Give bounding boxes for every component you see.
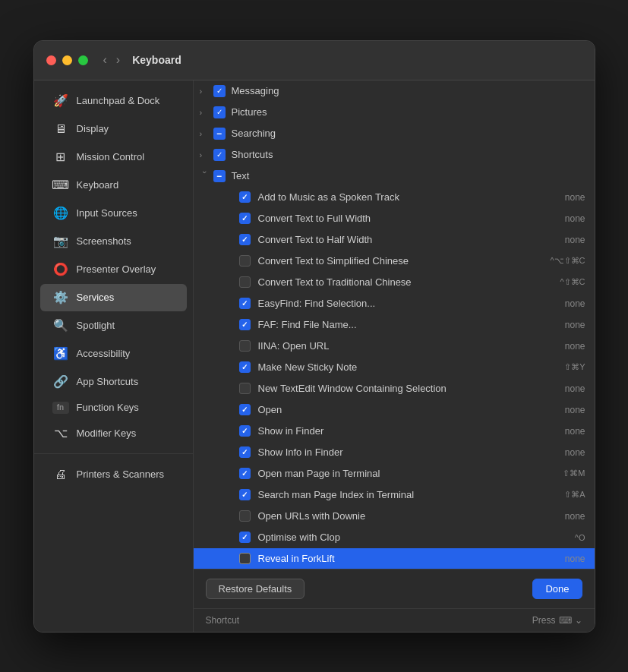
sidebar-item-app-shortcuts[interactable]: 🔗 App Shortcuts — [40, 368, 187, 396]
sidebar-item-label: Display — [77, 123, 109, 134]
presenter-icon: ⭕ — [52, 261, 69, 278]
item-checkbox[interactable] — [239, 276, 251, 288]
item-shortcut: none — [565, 447, 585, 458]
sidebar-item-display[interactable]: 🖥 Display — [40, 115, 187, 143]
pictures-checkbox[interactable] — [213, 106, 226, 118]
minimize-button[interactable] — [62, 55, 72, 65]
sidebar-item-label: Function Keys — [77, 402, 139, 413]
item-checkbox[interactable] — [239, 468, 251, 479]
list-item[interactable]: Add to Music as a Spoken Track none — [194, 187, 595, 208]
sidebar-item-presenter[interactable]: ⭕ Presenter Overlay — [40, 256, 187, 283]
list-item[interactable]: Optimise with Clop ^O — [194, 527, 595, 548]
sidebar-item-input-sources[interactable]: 🌐 Input Sources — [40, 200, 187, 227]
keyboard-icon: ⌨ — [52, 177, 69, 194]
item-label: Open man Page in Terminal — [258, 468, 557, 479]
list-item[interactable]: Make New Sticky Note ⇧⌘Y — [194, 357, 595, 378]
mission-icon: ⊞ — [52, 149, 69, 166]
accessibility-icon: ♿ — [52, 345, 69, 362]
item-label: Make New Sticky Note — [258, 361, 559, 373]
list-item-reveal-forklift[interactable]: Reveal in ForkLift none — [194, 548, 595, 569]
sidebar-item-accessibility[interactable]: ♿ Accessibility — [40, 340, 187, 368]
back-button[interactable]: ‹ — [100, 52, 110, 68]
item-shortcut: none — [565, 235, 585, 245]
list-item[interactable]: Convert Text to Full Width none — [194, 208, 595, 229]
item-shortcut: none — [565, 298, 585, 309]
sidebar-item-printers[interactable]: 🖨 Printers & Scanners — [40, 461, 187, 488]
item-checkbox[interactable] — [239, 489, 251, 500]
item-checkbox[interactable] — [239, 234, 251, 245]
shortcuts-checkbox[interactable] — [213, 149, 226, 161]
list-item[interactable]: Show in Finder none — [194, 421, 595, 442]
item-checkbox[interactable] — [239, 319, 251, 330]
list-item[interactable]: FAF: Find File Name... none — [194, 314, 595, 336]
item-shortcut: none — [565, 192, 585, 203]
item-checkbox[interactable] — [239, 446, 251, 458]
item-checkbox[interactable] — [239, 383, 251, 394]
sidebar-item-keyboard[interactable]: ⌨ Keyboard — [40, 172, 187, 199]
sidebar-item-services[interactable]: ⚙️ Services — [40, 284, 187, 311]
forward-button[interactable]: › — [113, 52, 123, 68]
maximize-button[interactable] — [78, 55, 88, 65]
sidebar-item-mission[interactable]: ⊞ Mission Control — [40, 144, 187, 171]
list-item[interactable]: Show Info in Finder none — [194, 442, 595, 463]
input-sources-icon: 🌐 — [52, 205, 69, 222]
spotlight-icon: 🔍 — [52, 317, 69, 334]
item-shortcut: ^⇧⌘C — [560, 277, 585, 287]
item-checkbox[interactable] — [239, 340, 251, 352]
section-messaging[interactable]: › Messaging — [194, 80, 595, 102]
list-item[interactable]: Search man Page Index in Terminal ⇧⌘A — [194, 484, 595, 506]
item-checkbox[interactable] — [239, 425, 251, 437]
item-checkbox[interactable] — [239, 298, 251, 309]
item-checkbox[interactable] — [239, 510, 251, 522]
sidebar-item-spotlight[interactable]: 🔍 Spotlight — [40, 312, 187, 339]
item-checkbox[interactable] — [239, 532, 251, 543]
list-item[interactable]: Open man Page in Terminal ⇧⌘M — [194, 463, 595, 484]
section-searching[interactable]: › Searching — [194, 123, 595, 144]
shortcut-label: Shortcut — [206, 615, 240, 626]
sidebar-item-launchpad[interactable]: 🚀 Launchpad & Dock — [40, 87, 187, 115]
close-button[interactable] — [46, 55, 56, 65]
list-item[interactable]: Convert Text to Simplified Chinese ^⌥⇧⌘C — [194, 251, 595, 272]
sidebar-item-label: Input Sources — [77, 207, 137, 219]
list-item[interactable]: Convert Text to Traditional Chinese ^⇧⌘C — [194, 272, 595, 293]
item-checkbox[interactable] — [239, 404, 251, 415]
list-item[interactable]: New TextEdit Window Containing Selection… — [194, 378, 595, 399]
list-item[interactable]: Open none — [194, 399, 595, 421]
item-checkbox[interactable] — [239, 361, 251, 373]
item-shortcut: ⇧⌘M — [563, 469, 585, 478]
list-item[interactable]: EasyFind: Find Selection... none — [194, 293, 595, 314]
item-checkbox[interactable] — [239, 553, 251, 564]
restore-defaults-button[interactable]: Restore Defaults — [206, 579, 305, 599]
list-item[interactable]: IINA: Open URL none — [194, 336, 595, 357]
chevron-icon: › — [200, 129, 210, 138]
printers-icon: 🖨 — [52, 466, 69, 483]
chevron-icon: › — [200, 171, 210, 181]
messaging-checkbox[interactable] — [213, 85, 226, 97]
sidebar-item-function-keys[interactable]: fn Function Keys — [40, 396, 187, 419]
sidebar-item-label: Screenshots — [77, 235, 131, 247]
bottom-bar: Shortcut Press ⌨ ⌄ — [194, 608, 595, 632]
sidebar-item-label: Services — [77, 292, 115, 303]
sidebar: 🚀 Launchpad & Dock 🖥 Display ⊞ Mission C… — [34, 80, 194, 632]
item-checkbox[interactable] — [239, 191, 251, 203]
list-item[interactable]: Convert Text to Half Width none — [194, 229, 595, 251]
item-checkbox[interactable] — [239, 213, 251, 224]
item-label: Show in Finder — [258, 425, 559, 437]
sidebar-item-screenshots[interactable]: 📷 Screenshots — [40, 228, 187, 255]
display-icon: 🖥 — [52, 121, 69, 137]
item-shortcut: none — [565, 213, 585, 224]
list-container[interactable]: › Messaging › Pictures › Searching — [194, 80, 595, 569]
item-label: New TextEdit Window Containing Selection — [258, 383, 559, 394]
footer: Restore Defaults Done — [194, 569, 595, 608]
section-shortcuts[interactable]: › Shortcuts — [194, 144, 595, 166]
sidebar-item-modifier-keys[interactable]: ⌥ Modifier Keys — [40, 420, 187, 447]
text-checkbox[interactable] — [213, 170, 226, 182]
item-checkbox[interactable] — [239, 255, 251, 267]
section-pictures[interactable]: › Pictures — [194, 102, 595, 123]
list-item[interactable]: Open URLs with Downie none — [194, 506, 595, 527]
searching-checkbox[interactable] — [213, 128, 226, 140]
section-text[interactable]: › Text — [194, 166, 595, 187]
app-shortcuts-icon: 🔗 — [52, 374, 69, 390]
item-label: EasyFind: Find Selection... — [258, 298, 559, 309]
done-button[interactable]: Done — [532, 579, 582, 599]
